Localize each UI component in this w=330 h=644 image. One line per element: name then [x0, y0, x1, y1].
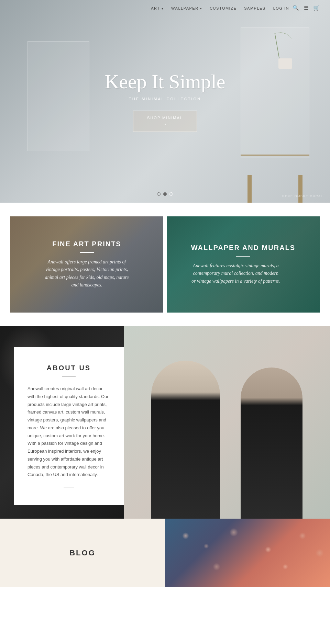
- hero-btn-arrow: →: [147, 121, 183, 127]
- category-card-art[interactable]: FINE ART PRINTS Anewall offers large fra…: [10, 216, 163, 313]
- nav-item-wallpaper[interactable]: WALLPAPER: [171, 5, 202, 11]
- hero-subtitle: THE MINIMAL COLLECTION: [104, 97, 225, 101]
- plant-pot: [278, 58, 292, 69]
- search-icon[interactable]: 🔍: [293, 5, 299, 11]
- nav-link-customize[interactable]: CUSTOMIZE: [210, 6, 236, 10]
- menu-icon[interactable]: ☰: [304, 5, 308, 11]
- hero-carousel-dots: [157, 192, 173, 196]
- art-card-content: FINE ART PRINTS Anewall offers large fra…: [35, 233, 139, 296]
- hero-content: Keep It Simple THE MINIMAL COLLECTION SH…: [104, 71, 225, 132]
- nav-icons-group: 🔍 ☰ 🛒: [293, 5, 320, 11]
- about-divider: [62, 376, 76, 377]
- nav-link-login[interactable]: LOG IN: [273, 6, 289, 10]
- blog-image-area: [165, 519, 330, 587]
- nav-item-login[interactable]: LOG IN: [273, 5, 289, 11]
- hero-art-frame-left: [28, 41, 89, 151]
- carousel-dot-1[interactable]: [157, 192, 161, 196]
- art-card-title: FINE ART PRINTS: [42, 240, 132, 248]
- category-card-wallpaper[interactable]: WALLPAPER AND MURALS Anewall features no…: [167, 216, 320, 313]
- nav-item-samples[interactable]: SAMPLES: [244, 5, 265, 11]
- nav-link-art[interactable]: ART: [151, 6, 164, 10]
- art-card-divider: [80, 252, 94, 253]
- categories-section: FINE ART PRINTS Anewall offers large fra…: [0, 203, 330, 326]
- person-silhouette-2: [241, 368, 302, 519]
- navigation: ART WALLPAPER CUSTOMIZE SAMPLES LOG IN 🔍…: [0, 0, 330, 16]
- about-white-box: ABOUT US Anewall creates original wall a…: [14, 347, 124, 505]
- carousel-dot-2[interactable]: [163, 192, 167, 196]
- shop-minimal-button[interactable]: SHOP MINIMAL →: [133, 111, 197, 132]
- wallpaper-card-divider: [236, 256, 250, 257]
- hero-btn-label: SHOP MINIMAL: [147, 116, 183, 120]
- hero-caption: ROKE OMBRE MURAL: [282, 194, 323, 198]
- hero-section: Keep It Simple THE MINIMAL COLLECTION SH…: [0, 0, 330, 203]
- art-card-description: Anewall offers large framed art prints o…: [42, 258, 132, 289]
- nav-item-customize[interactable]: CUSTOMIZE: [210, 5, 236, 11]
- nav-link-samples[interactable]: SAMPLES: [244, 6, 265, 10]
- blog-floral-pattern: [165, 519, 330, 587]
- wallpaper-card-title: WALLPAPER AND MURALS: [191, 244, 295, 252]
- nav-menu: ART WALLPAPER CUSTOMIZE SAMPLES LOG IN: [151, 5, 289, 11]
- hero-plant-decor: [272, 21, 299, 69]
- carousel-dot-3[interactable]: [169, 192, 173, 196]
- wallpaper-card-description: Anewall features nostalgic vintage mural…: [191, 262, 280, 285]
- about-title: ABOUT US: [28, 364, 110, 372]
- nav-item-art[interactable]: ART: [151, 5, 164, 11]
- about-bottom-divider: [64, 487, 74, 487]
- about-photo: [124, 326, 330, 519]
- blog-section: BLOG: [0, 519, 330, 587]
- blog-title-area[interactable]: BLOG: [0, 519, 165, 587]
- nav-link-wallpaper[interactable]: WALLPAPER: [171, 6, 202, 10]
- hero-table-decor: [241, 155, 309, 175]
- about-section: ABOUT US Anewall creates original wall a…: [0, 326, 330, 519]
- about-text: Anewall creates original wall art decor …: [28, 385, 110, 479]
- blog-title: BLOG: [69, 549, 96, 557]
- hero-title: Keep It Simple: [104, 71, 225, 93]
- wallpaper-card-content: WALLPAPER AND MURALS Anewall features no…: [184, 237, 302, 292]
- person-silhouette-1: [151, 361, 220, 519]
- plant-leaf: [274, 30, 296, 60]
- cart-icon[interactable]: 🛒: [313, 5, 320, 11]
